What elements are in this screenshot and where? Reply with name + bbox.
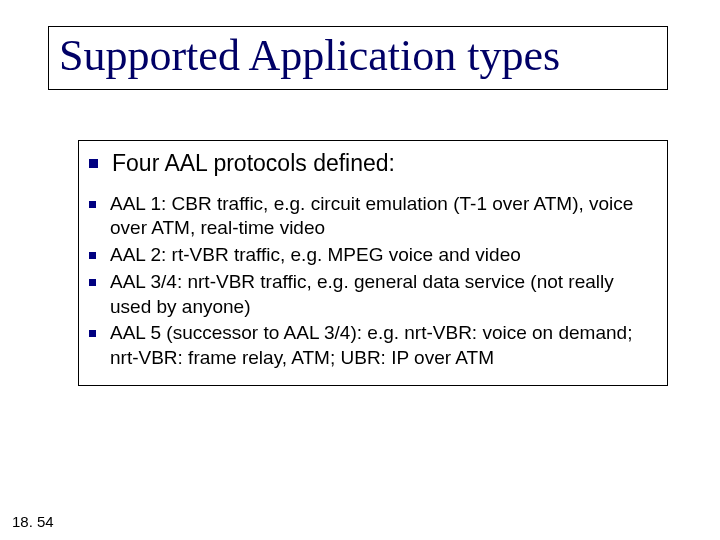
lead-text: Four AAL protocols defined: (112, 149, 395, 178)
title-box: Supported Application types (48, 26, 668, 90)
square-bullet-icon (89, 252, 96, 259)
list-item: AAL 1: CBR traffic, e.g. circuit emulati… (89, 192, 657, 241)
list-item-text: AAL 2: rt-VBR traffic, e.g. MPEG voice a… (110, 243, 521, 268)
list-item: AAL 5 (successor to AAL 3/4): e.g. nrt-V… (89, 321, 657, 370)
slide-title: Supported Application types (59, 33, 657, 79)
list-item-text: AAL 1: CBR traffic, e.g. circuit emulati… (110, 192, 657, 241)
list-item: AAL 2: rt-VBR traffic, e.g. MPEG voice a… (89, 243, 657, 268)
slide-number: 18. 54 (12, 513, 54, 530)
square-bullet-icon (89, 330, 96, 337)
list-item-text: AAL 5 (successor to AAL 3/4): e.g. nrt-V… (110, 321, 657, 370)
list-item-text: AAL 3/4: nrt-VBR traffic, e.g. general d… (110, 270, 657, 319)
square-bullet-icon (89, 159, 98, 168)
square-bullet-icon (89, 201, 96, 208)
sub-bullet-list: AAL 1: CBR traffic, e.g. circuit emulati… (89, 192, 657, 371)
lead-bullet-item: Four AAL protocols defined: (89, 149, 657, 178)
list-item: AAL 3/4: nrt-VBR traffic, e.g. general d… (89, 270, 657, 319)
content-box: Four AAL protocols defined: AAL 1: CBR t… (78, 140, 668, 386)
square-bullet-icon (89, 279, 96, 286)
